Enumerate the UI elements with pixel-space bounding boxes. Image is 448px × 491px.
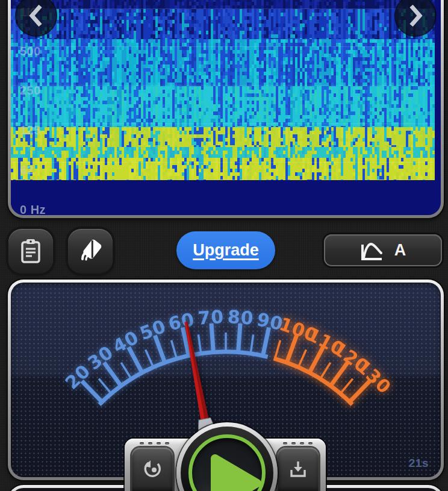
play-bezel <box>181 427 273 491</box>
reset-icon <box>142 459 163 480</box>
freq-label-0hz: 0 Hz <box>20 203 46 216</box>
freq-label-62: 62 <box>20 163 34 177</box>
spectrogram-canvas[interactable] <box>11 0 435 209</box>
elapsed-time: 21s <box>409 457 429 470</box>
svg-text:70: 70 <box>197 306 225 329</box>
svg-text:50: 50 <box>137 315 169 344</box>
rivets <box>140 442 169 445</box>
clipboard-icon <box>18 237 43 265</box>
download-icon <box>288 460 308 479</box>
upgrade-button[interactable]: Upgrade <box>176 231 275 269</box>
svg-text:30: 30 <box>84 342 117 374</box>
weighting-curve-icon <box>360 240 384 261</box>
play-green-ring <box>188 434 266 491</box>
spectrogram-view[interactable]: 1K 500 250 125 62 0 Hz <box>11 0 441 215</box>
save-button[interactable] <box>278 448 319 491</box>
freq-label-125: 125 <box>20 124 41 137</box>
chevron-left-icon <box>28 2 44 30</box>
rivets <box>283 442 313 445</box>
frequency-weighting-button[interactable]: A <box>324 234 442 266</box>
weighting-label: A <box>394 241 406 260</box>
reset-button[interactable] <box>132 448 173 491</box>
freq-label-250: 250 <box>20 84 41 98</box>
play-triangle-icon <box>192 438 270 491</box>
svg-text:40: 40 <box>109 327 142 357</box>
svg-text:60: 60 <box>166 308 196 334</box>
decibel-card-icon <box>76 237 104 265</box>
freq-label-500: 500 <box>20 45 41 58</box>
report-clipboard-button[interactable] <box>8 229 53 274</box>
spectrogram-panel: 1K 500 250 125 62 0 Hz <box>8 0 444 218</box>
svg-text:80: 80 <box>227 306 255 329</box>
chevron-right-icon <box>408 2 423 30</box>
app-root: 1K 500 250 125 62 0 Hz <box>0 0 448 491</box>
app-logo-button[interactable] <box>68 229 113 274</box>
